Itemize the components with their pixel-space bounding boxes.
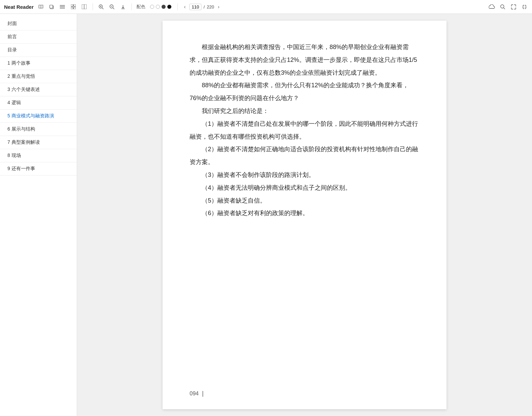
book-page: 根据金融机构的相关调查报告，中国近三年来，88%的早期创业企业有融资需求，但真正… bbox=[163, 21, 446, 409]
sidebar-item-ch1[interactable]: 1 两个故事 bbox=[0, 57, 77, 70]
sidebar-item-ch8[interactable]: 8 现场 bbox=[0, 149, 77, 162]
paragraph-6: （3）融资者不会制作该阶段的路演计划。 bbox=[190, 169, 419, 182]
zoom-in-icon[interactable] bbox=[98, 3, 105, 10]
paragraph-2: 88%的企业都有融资需求，但为什么只有12%的企业能成功？换个角度来看，76%的… bbox=[190, 79, 419, 105]
paragraph-4: （1）融资者不清楚自己处在发展中的哪一个阶段，因此不能明确用何种方式进行融资，也… bbox=[190, 118, 419, 143]
svg-line-12 bbox=[102, 8, 103, 9]
cloud-icon[interactable] bbox=[488, 3, 495, 10]
svg-point-19 bbox=[501, 5, 504, 8]
separator bbox=[93, 3, 93, 10]
color-label: 配色 bbox=[137, 4, 145, 10]
prev-page-button[interactable]: ‹ bbox=[183, 3, 188, 10]
sidebar-item-ch5[interactable]: 5 商业模式与融资路演 bbox=[0, 110, 77, 123]
paragraph-9: （6）融资者缺乏对有利的政策的理解。 bbox=[190, 207, 419, 220]
sidebar-item-ch6[interactable]: 6 展示与结构 bbox=[0, 123, 77, 136]
paragraph-1: 根据金融机构的相关调查报告，中国近三年来，88%的早期创业企业有融资需求，但真正… bbox=[190, 41, 419, 79]
grid-icon[interactable] bbox=[70, 3, 77, 10]
sidebar-item-cover[interactable]: 封面 bbox=[0, 17, 77, 30]
sidebar-item-ch9[interactable]: 9 还有一件事 bbox=[0, 162, 77, 176]
menu-icon[interactable] bbox=[59, 3, 66, 10]
total-pages: 220 bbox=[207, 4, 214, 9]
expand-icon[interactable] bbox=[510, 3, 517, 10]
app-brand: Neat Reader bbox=[4, 4, 34, 10]
color-dot-dark[interactable] bbox=[162, 5, 166, 9]
color-dot-empty1[interactable] bbox=[150, 5, 154, 9]
svg-rect-6 bbox=[74, 4, 76, 6]
app-title: Neat Reader bbox=[4, 4, 34, 10]
svg-rect-8 bbox=[74, 7, 76, 9]
svg-line-16 bbox=[113, 8, 114, 9]
sidebar-item-ch2[interactable]: 2 重点与觉悟 bbox=[0, 70, 77, 83]
toolbar-right bbox=[488, 3, 528, 10]
paragraph-8: （5）融资者缺乏自信。 bbox=[190, 194, 419, 207]
sidebar-item-toc[interactable]: 目录 bbox=[0, 44, 77, 57]
page-footer: 094 | bbox=[190, 390, 203, 397]
book-icon[interactable] bbox=[37, 3, 45, 10]
svg-line-20 bbox=[504, 8, 505, 9]
zoom-out-icon[interactable] bbox=[108, 3, 116, 10]
main-layout: 封面 前言 目录 1 两个故事 2 重点与觉悟 3 六个关键表述 4 逻辑 5 … bbox=[0, 14, 532, 416]
svg-rect-1 bbox=[50, 5, 53, 8]
svg-rect-5 bbox=[71, 4, 73, 6]
paragraph-7: （4）融资者无法明确分辨商业模式和点子之间的区别。 bbox=[190, 182, 419, 194]
content-area: 根据金融机构的相关调查报告，中国近三年来，88%的早期创业企业有融资需求，但真正… bbox=[77, 14, 532, 416]
current-page-input[interactable] bbox=[189, 4, 201, 10]
next-page-button[interactable]: › bbox=[216, 3, 221, 10]
page-bar: | bbox=[202, 390, 204, 397]
download-icon[interactable] bbox=[119, 3, 127, 10]
collapse-icon[interactable] bbox=[521, 3, 528, 10]
sidebar-item-ch3[interactable]: 3 六个关键表述 bbox=[0, 83, 77, 96]
layout-icon[interactable] bbox=[80, 3, 88, 10]
sidebar-item-ch7[interactable]: 7 典型案例解读 bbox=[0, 136, 77, 149]
toolbar: Neat Reader 配色 ‹ / 220 bbox=[0, 0, 532, 14]
svg-rect-7 bbox=[71, 7, 73, 9]
copy-icon[interactable] bbox=[48, 3, 55, 10]
sidebar-item-preface[interactable]: 前言 bbox=[0, 30, 77, 44]
color-dots bbox=[150, 5, 171, 9]
paragraph-3: 我们研究之后的结论是： bbox=[190, 105, 419, 118]
search-icon[interactable] bbox=[499, 3, 506, 10]
paragraph-5: （2）融资者不清楚如何正确地向适合该阶段的投资机构有针对性地制作自己的融资方案。 bbox=[190, 143, 419, 169]
page-number: 094 bbox=[190, 391, 199, 397]
sidebar-item-ch4[interactable]: 4 逻辑 bbox=[0, 96, 77, 110]
separator2 bbox=[131, 3, 132, 10]
separator3 bbox=[177, 3, 178, 10]
color-dot-empty2[interactable] bbox=[156, 5, 160, 9]
sidebar: 封面 前言 目录 1 两个故事 2 重点与觉悟 3 六个关键表述 4 逻辑 5 … bbox=[0, 14, 77, 416]
color-dot-black[interactable] bbox=[167, 5, 171, 9]
page-sep: / bbox=[203, 4, 205, 9]
page-navigation: ‹ / 220 › bbox=[183, 3, 221, 10]
page-content: 根据金融机构的相关调查报告，中国近三年来，88%的早期创业企业有融资需求，但真正… bbox=[190, 41, 419, 220]
